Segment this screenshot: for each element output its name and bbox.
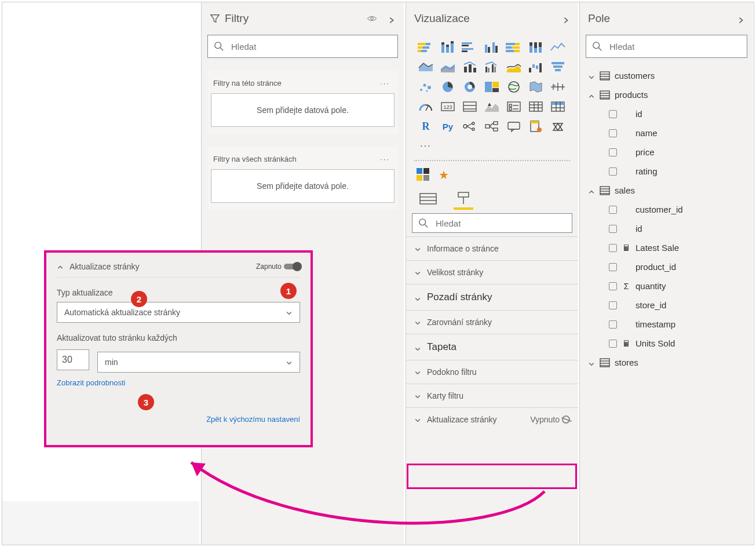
collapse-fields-icon[interactable] — [737, 14, 745, 23]
search-icon — [592, 41, 602, 52]
column-row[interactable]: id — [580, 104, 753, 123]
viz-gauge[interactable] — [417, 99, 435, 115]
section-page-background[interactable]: Pozadí stránky — [406, 284, 578, 310]
table-row[interactable]: customers — [580, 66, 753, 85]
viz-favorites-icon[interactable]: ★ — [439, 168, 449, 182]
interval-unit-select[interactable]: min — [97, 352, 300, 373]
field-checkbox[interactable] — [609, 282, 617, 290]
table-row[interactable]: products — [580, 85, 753, 104]
viz-treemap[interactable] — [483, 79, 501, 95]
viz-donut[interactable] — [461, 79, 479, 95]
collapse-visualizations-icon[interactable] — [562, 14, 570, 23]
section-filter-pane[interactable]: Podokno filtru — [406, 360, 578, 384]
viz-card[interactable]: 123 — [439, 99, 457, 115]
viz-matrix[interactable] — [549, 99, 567, 115]
viz-line[interactable] — [549, 39, 567, 56]
viz-r[interactable]: R — [417, 118, 435, 134]
viz-kpi[interactable]: ▲ — [483, 99, 501, 115]
column-row[interactable]: Σquantity — [580, 276, 753, 296]
show-details-link[interactable]: Zobrazit podrobnosti — [57, 378, 300, 387]
viz-filled-map[interactable] — [527, 79, 545, 95]
section-page-alignment[interactable]: Zarovnání stránky — [406, 310, 578, 334]
section-page-info[interactable]: Informace o stránce — [406, 236, 578, 260]
reset-to-default-link[interactable]: Zpět k výchozímu nastavení — [57, 415, 300, 424]
viz-ribbon[interactable] — [505, 59, 523, 75]
viz-qa[interactable] — [505, 118, 523, 134]
viz-decomposition-tree[interactable] — [483, 118, 501, 134]
filters-search[interactable] — [207, 35, 398, 58]
column-row[interactable]: product_id — [580, 257, 753, 276]
viz-stacked-column[interactable] — [439, 39, 457, 56]
viz-python[interactable]: Py — [439, 118, 457, 134]
column-row[interactable]: timestamp — [580, 315, 753, 334]
fields-tab[interactable] — [419, 190, 439, 206]
column-row[interactable]: store_id — [580, 296, 753, 315]
collapse-filters-icon[interactable] — [388, 14, 396, 23]
viz-pie[interactable] — [439, 79, 457, 95]
interval-value-input[interactable] — [57, 349, 89, 370]
viz-line-stacked-column[interactable] — [461, 59, 479, 75]
page-refresh-toggle[interactable] — [562, 415, 570, 424]
column-row[interactable]: 🖩Units Sold — [580, 334, 753, 353]
field-checkbox[interactable] — [609, 206, 617, 214]
viz-slicer[interactable] — [505, 99, 523, 115]
viz-scatter[interactable] — [417, 79, 435, 95]
viz-stacked-area[interactable] — [439, 59, 457, 75]
viz-arcgis[interactable] — [549, 118, 567, 134]
viz-stacked-bar[interactable] — [417, 39, 435, 56]
table-row[interactable]: sales — [580, 181, 753, 200]
format-search-input[interactable] — [434, 218, 566, 229]
filters-search-input[interactable] — [230, 41, 392, 52]
chevron-up-icon[interactable] — [57, 263, 64, 270]
format-tab[interactable] — [454, 190, 473, 206]
viz-multi-row-card[interactable] — [461, 99, 479, 115]
more-icon[interactable]: ··· — [378, 155, 392, 163]
field-checkbox[interactable] — [609, 129, 617, 137]
section-page-size[interactable]: Velikost stránky — [406, 260, 578, 284]
field-checkbox[interactable] — [609, 320, 617, 329]
column-row[interactable]: 🖩Latest Sale — [580, 238, 753, 257]
column-row[interactable]: id — [580, 219, 753, 238]
more-icon[interactable]: ··· — [378, 79, 392, 87]
fields-search[interactable] — [586, 35, 747, 58]
viz-map[interactable] — [505, 79, 523, 95]
viz-more-options[interactable]: ··· — [417, 138, 435, 154]
viz-100-stacked-bar[interactable] — [505, 39, 523, 56]
all-filters-dropzone[interactable]: Sem přidejte datová pole. — [211, 169, 395, 203]
fields-search-input[interactable] — [608, 41, 741, 52]
callout-toggle[interactable] — [284, 264, 300, 269]
field-checkbox[interactable] — [609, 301, 617, 309]
viz-store-icon[interactable] — [417, 168, 429, 181]
page-filters-dropzone[interactable]: Sem přidejte datová pole. — [211, 93, 395, 127]
viz-shape-map[interactable] — [549, 79, 567, 95]
field-checkbox[interactable] — [609, 110, 617, 118]
viz-area[interactable] — [417, 59, 435, 75]
format-search[interactable] — [412, 213, 572, 233]
section-filter-cards[interactable]: Karty filtru — [406, 384, 578, 407]
viz-funnel[interactable] — [549, 59, 567, 75]
svg-text:123: 123 — [443, 104, 452, 110]
section-wallpaper[interactable]: Tapeta — [406, 334, 578, 360]
field-checkbox[interactable] — [609, 340, 617, 348]
visibility-icon[interactable] — [367, 13, 377, 24]
field-checkbox[interactable] — [609, 167, 617, 176]
column-row[interactable]: rating — [580, 162, 753, 181]
table-row[interactable]: stores — [580, 353, 753, 372]
column-row[interactable]: customer_id — [580, 200, 753, 219]
update-type-select[interactable]: Automatická aktualizace stránky — [57, 302, 300, 323]
viz-paginated[interactable] — [527, 118, 545, 134]
section-page-refresh[interactable]: Aktualizace stránky Vypnuto — [406, 407, 578, 431]
field-checkbox[interactable] — [609, 148, 617, 156]
viz-key-influencers[interactable] — [461, 118, 479, 134]
viz-waterfall[interactable] — [527, 59, 545, 75]
field-checkbox[interactable] — [609, 225, 617, 233]
viz-line-clustered-column[interactable] — [483, 59, 501, 75]
field-checkbox[interactable] — [609, 263, 617, 271]
column-row[interactable]: price — [580, 143, 753, 162]
field-checkbox[interactable] — [609, 244, 617, 252]
viz-clustered-column[interactable] — [483, 39, 501, 56]
viz-100-stacked-column[interactable] — [527, 39, 545, 56]
viz-table[interactable] — [527, 99, 545, 115]
column-row[interactable]: name — [580, 123, 753, 143]
viz-clustered-bar[interactable] — [461, 39, 479, 56]
